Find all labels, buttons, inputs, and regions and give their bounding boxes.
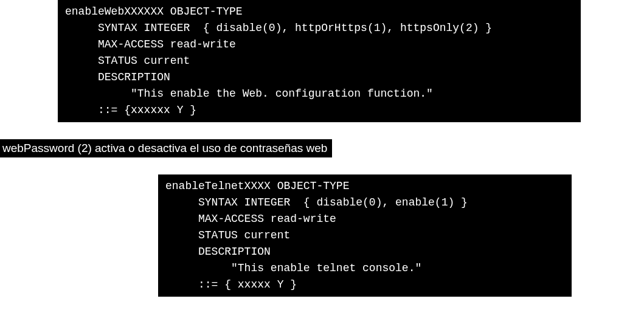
code-line: STATUS current	[165, 229, 290, 241]
code-line: SYNTAX INTEGER { disable(0), enable(1) }	[165, 196, 468, 209]
code-line: SYNTAX INTEGER { disable(0), httpOrHttps…	[65, 22, 492, 34]
code-line: DESCRIPTION	[165, 246, 271, 258]
code-line: "This enable telnet console."	[165, 262, 421, 274]
code-line: "This enable the Web. configuration func…	[65, 88, 433, 100]
code-line: enableWebXXXXXX OBJECT-TYPE	[65, 5, 243, 18]
code-line: enableTelnetXXXX OBJECT-TYPE	[165, 180, 349, 192]
code-block-enableweb: enableWebXXXXXX OBJECT-TYPE SYNTAX INTEG…	[58, 0, 581, 122]
code-block-enabletelnet: enableTelnetXXXX OBJECT-TYPE SYNTAX INTE…	[158, 174, 572, 297]
code-line: ::= {xxxxxx Y }	[65, 104, 196, 116]
code-line: MAX-ACCESS read-write	[65, 38, 236, 50]
code-line: STATUS current	[65, 55, 190, 67]
code-line: ::= { xxxxx Y }	[165, 278, 297, 291]
description-label: webPassword (2) activa o desactiva el us…	[0, 139, 332, 157]
code-line: MAX-ACCESS read-write	[165, 213, 336, 225]
code-line: DESCRIPTION	[65, 71, 170, 83]
